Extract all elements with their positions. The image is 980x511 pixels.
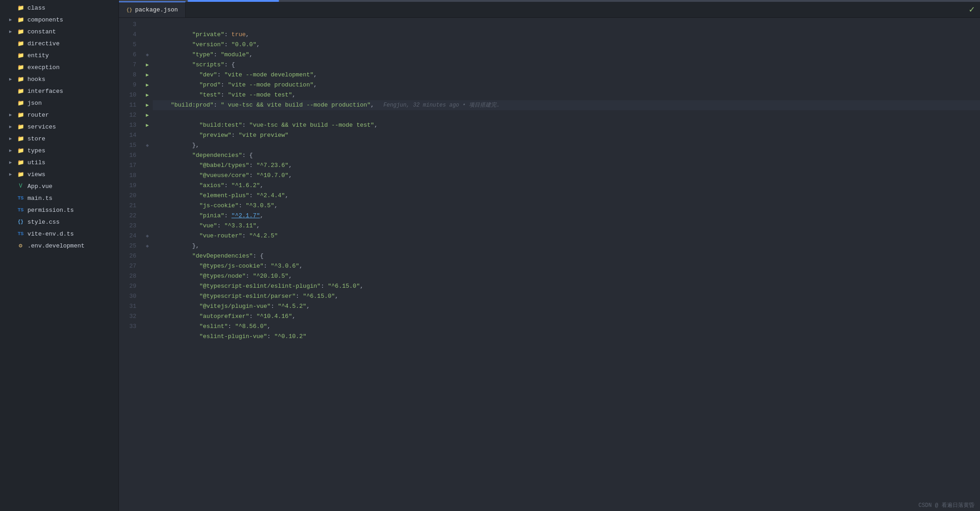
scrollbar-thumb: [188, 0, 279, 2]
code-line-22: "vue": "^3.3.11",: [153, 211, 980, 221]
sidebar-item-permission-ts[interactable]: TS permission.ts: [0, 204, 118, 216]
line-num-30: 30: [119, 291, 136, 301]
folder-icon: 📁: [16, 27, 25, 36]
line-num-14: 14: [119, 130, 136, 140]
line-num-8: 8: [119, 70, 136, 80]
gutter-22: [142, 211, 153, 221]
sidebar-item-interfaces[interactable]: 📁 interfaces: [0, 85, 118, 97]
gutter-11-arrow[interactable]: ▶: [142, 100, 153, 110]
gutter-24-fold[interactable]: ◆: [142, 231, 153, 241]
chevron-icon: ▶: [9, 17, 16, 22]
json-tab-icon: {}: [126, 7, 132, 13]
sidebar-item-utils[interactable]: ▶ 📁 utils: [0, 156, 118, 168]
tab-package-json[interactable]: {} package.json: [119, 1, 186, 17]
gutter-16: [142, 151, 153, 161]
editor-content[interactable]: 3 4 5 6 7 8 9 10 11 12 13 14 15 16 17 18…: [119, 18, 980, 511]
code-line-23: "vue-router": "^4.2.5": [153, 221, 980, 231]
tab-bar: {} package.json: [119, 2, 980, 18]
code-line-10: "build:dev": "vue-tsc && vite build --mo…: [153, 90, 980, 100]
line-num-26: 26: [119, 251, 136, 261]
code-line-16: "@babel/types": "^7.23.6",: [153, 151, 980, 161]
folder-icon: 📁: [16, 87, 25, 95]
folder-icon: 📁: [16, 146, 25, 155]
gutter-14: [142, 130, 153, 140]
code-line-12: "build:test": "vue-tsc && vite build --m…: [153, 110, 980, 120]
line-num-15: 15: [119, 140, 136, 151]
sidebar-item-router[interactable]: ▶ 📁 router: [0, 109, 118, 121]
line-num-33: 33: [119, 322, 136, 332]
line-num-25: 25: [119, 241, 136, 251]
sidebar-item-store[interactable]: ▶ 📁 store: [0, 133, 118, 145]
env-file-icon: ⚙: [16, 242, 25, 250]
sidebar-item-services[interactable]: ▶ 📁 services: [0, 121, 118, 133]
editor-scrollbar[interactable]: [119, 0, 980, 2]
line-num-16: 16: [119, 151, 136, 161]
gutter-5: [142, 40, 153, 50]
sidebar-item-execption[interactable]: 📁 execption: [0, 61, 118, 73]
sidebar-item-directive[interactable]: 📁 directive: [0, 38, 118, 49]
code-line-19: "element-plus": "^2.4.4",: [153, 181, 980, 191]
gutter-4: [142, 30, 153, 40]
line-num-6: 6: [119, 50, 136, 60]
code-line-9: "test": "vite --mode test",: [153, 80, 980, 90]
vue-file-icon: V: [16, 182, 25, 190]
code-line-27: "@types/node": "^20.10.5",: [153, 261, 980, 271]
code-line-30: "@vitejs/plugin-vue": "^4.5.2",: [153, 291, 980, 301]
sidebar-item-views[interactable]: ▶ 📁 views: [0, 168, 118, 180]
tab-label: package.json: [135, 6, 178, 13]
gutter-19: [142, 181, 153, 191]
code-line-32: "eslint": "^8.56.0",: [153, 312, 980, 322]
sidebar-item-label: router: [27, 112, 49, 118]
sidebar-item-label: components: [27, 16, 63, 23]
sidebar-item-hooks[interactable]: ▶ 📁 hooks: [0, 73, 118, 85]
line-num-27: 27: [119, 261, 136, 271]
chevron-icon: ▶: [9, 124, 16, 129]
sidebar-item-app-vue[interactable]: V App.vue: [0, 180, 118, 192]
chevron-icon: ▶: [9, 29, 16, 34]
line-num-24: 24: [119, 231, 136, 241]
line-num-21: 21: [119, 201, 136, 211]
gutter-10-arrow[interactable]: ▶: [142, 90, 153, 100]
line-num-9: 9: [119, 80, 136, 90]
code-line-24: },: [153, 231, 980, 241]
sidebar-item-label: store: [27, 135, 45, 142]
sidebar-item-style-css[interactable]: {} style.css: [0, 216, 118, 228]
line-num-7: 7: [119, 60, 136, 70]
gutter-13-arrow[interactable]: ▶: [142, 120, 153, 130]
sidebar-item-types[interactable]: ▶ 📁 types: [0, 145, 118, 156]
gutter-7-arrow[interactable]: ▶: [142, 60, 153, 70]
gutter-8-arrow[interactable]: ▶: [142, 70, 153, 80]
gutter-25-fold[interactable]: ◆: [142, 241, 153, 251]
gutter-26: [142, 251, 153, 261]
chevron-icon: ▶: [9, 136, 16, 141]
code-line-26: "@types/js-cookie": "^3.0.6",: [153, 251, 980, 261]
gutter-27: [142, 261, 153, 271]
sidebar-item-components[interactable]: ▶ 📁 components: [0, 14, 118, 26]
folder-icon: 📁: [16, 99, 25, 107]
folder-icon: 📁: [16, 51, 25, 59]
gutter-9-arrow[interactable]: ▶: [142, 80, 153, 90]
code-line-11: "build:prod": " vue-tsc && vite build --…: [153, 100, 980, 110]
gutter-28: [142, 271, 153, 281]
line-num-10: 10: [119, 90, 136, 100]
sidebar-item-constant[interactable]: ▶ 📁 constant: [0, 26, 118, 38]
chevron-icon: ▶: [9, 172, 16, 177]
folder-icon: 📁: [16, 4, 25, 12]
chevron-icon: ▶: [9, 112, 16, 118]
line-num-32: 32: [119, 312, 136, 322]
sidebar-item-label: entity: [27, 52, 49, 59]
line-num-4: 4: [119, 30, 136, 40]
sidebar-item-entity[interactable]: 📁 entity: [0, 49, 118, 61]
sidebar-item-main-ts[interactable]: TS main.ts: [0, 192, 118, 204]
code-line-25: "devDependencies": {: [153, 241, 980, 251]
gutter-15-fold[interactable]: ◆: [142, 140, 153, 151]
folder-icon: 📁: [16, 123, 25, 131]
sidebar-item-env-development[interactable]: ⚙ .env.development: [0, 240, 118, 252]
sidebar-item-vite-env[interactable]: TS vite-env.d.ts: [0, 228, 118, 240]
sidebar-item-label: class: [27, 5, 45, 11]
sidebar-item-json[interactable]: 📁 json: [0, 97, 118, 109]
sidebar-item-class[interactable]: 📁 class: [0, 2, 118, 14]
folder-icon: 📁: [16, 134, 25, 143]
gutter-12-arrow[interactable]: ▶: [142, 110, 153, 120]
gutter-6-fold[interactable]: ◆: [142, 50, 153, 60]
